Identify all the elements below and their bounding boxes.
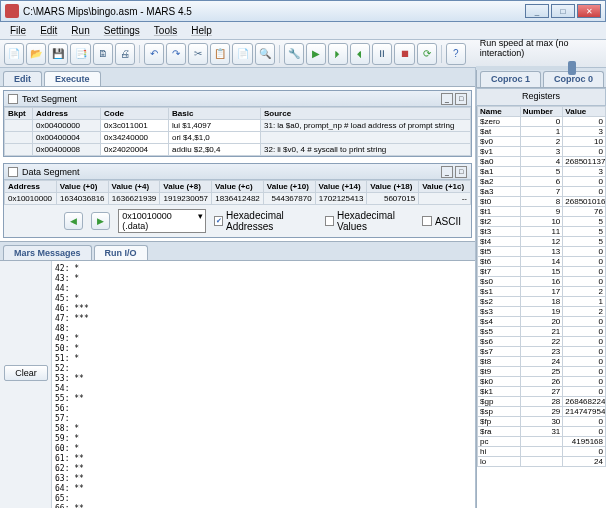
find-icon[interactable]: 🔍: [255, 43, 275, 65]
tab-mars-messages[interactable]: Mars Messages: [3, 245, 92, 260]
menu-run[interactable]: Run: [65, 24, 95, 37]
menu-edit[interactable]: Edit: [34, 24, 63, 37]
undo-icon[interactable]: ↶: [144, 43, 164, 65]
text-segment-panel: Text Segment _ □ BkptAddress CodeBasic S…: [3, 90, 472, 157]
menu-settings[interactable]: Settings: [98, 24, 146, 37]
data-seg-min-icon[interactable]: _: [441, 166, 453, 178]
stop-icon[interactable]: ⏹: [394, 43, 414, 65]
save-icon[interactable]: [48, 43, 68, 65]
run-io-output[interactable]: 42: * 43: * 44: 45: * 46: *** 47: *** 48…: [52, 261, 475, 508]
data-segment-table: AddressValue (+0)Value (+4)Value (+8)Val…: [4, 180, 471, 205]
tab-run-io[interactable]: Run I/O: [94, 245, 148, 260]
data-prev-button[interactable]: [64, 212, 83, 230]
text-seg-min-icon[interactable]: _: [441, 93, 453, 105]
close-button[interactable]: ✕: [577, 4, 601, 18]
help-icon[interactable]: ?: [446, 43, 466, 65]
speed-slider[interactable]: [476, 66, 576, 70]
minimize-button[interactable]: _: [525, 4, 549, 18]
open-icon[interactable]: 📂: [26, 43, 46, 65]
reset-icon[interactable]: ⟳: [417, 43, 437, 65]
reg-title: Registers: [476, 88, 606, 106]
tab-edit[interactable]: Edit: [3, 71, 42, 86]
toolbar: 📄 📂 📑 🗎 🖨 ↶ ↷ ✂ 📋 📄 🔍 🔧 ▶ ⏵ ⏴ ⏸ ⏹ ⟳ ? Ru…: [0, 40, 606, 68]
registers-table: NameNumberValue $zero00$at13$v0210$v130$…: [477, 106, 606, 467]
text-seg-title: Text Segment: [22, 94, 439, 104]
data-seg-max-icon[interactable]: □: [455, 166, 467, 178]
text-seg-max-icon[interactable]: □: [455, 93, 467, 105]
hex-addr-checkbox[interactable]: ✔: [214, 216, 223, 226]
hex-val-checkbox[interactable]: [325, 216, 334, 226]
text-segment-table: BkptAddress CodeBasic Source 0x004000000…: [4, 107, 471, 156]
tab-execute[interactable]: Execute: [44, 71, 101, 86]
app-icon: [5, 4, 19, 18]
menu-file[interactable]: File: [4, 24, 32, 37]
dump-icon[interactable]: 🗎: [93, 43, 113, 65]
speed-label: Run speed at max (no interaction): [480, 38, 602, 58]
paste-icon[interactable]: 📄: [232, 43, 252, 65]
copy-icon[interactable]: 📋: [210, 43, 230, 65]
editor-tabs: Edit Execute: [0, 68, 475, 87]
menu-help[interactable]: Help: [185, 24, 218, 37]
maximize-button[interactable]: □: [551, 4, 575, 18]
menu-tools[interactable]: Tools: [148, 24, 183, 37]
data-segment-panel: Data Segment _ □ AddressValue (+0)Value …: [3, 163, 472, 238]
msg-tabs: Mars Messages Run I/O: [0, 241, 475, 260]
step-icon[interactable]: ⏵: [328, 43, 348, 65]
data-controls: 0x10010000 (.data) ✔Hexadecimal Addresse…: [4, 205, 471, 237]
data-next-button[interactable]: [91, 212, 110, 230]
stepback-icon[interactable]: ⏴: [350, 43, 370, 65]
data-seg-checkbox[interactable]: [8, 167, 18, 177]
ascii-checkbox[interactable]: [422, 216, 432, 226]
window-title: C:\MARS Mips\bingo.asm - MARS 4.5: [23, 6, 523, 17]
titlebar: C:\MARS Mips\bingo.asm - MARS 4.5 _ □ ✕: [0, 0, 606, 22]
tab-coproc1[interactable]: Coproc 1: [480, 71, 541, 87]
run-icon[interactable]: ▶: [306, 43, 326, 65]
new-icon[interactable]: 📄: [4, 43, 24, 65]
cut-icon[interactable]: ✂: [188, 43, 208, 65]
clear-button[interactable]: Clear: [4, 365, 48, 381]
pause-icon[interactable]: ⏸: [372, 43, 392, 65]
coproc-tabs: Coproc 1 Coproc 0: [476, 68, 606, 88]
saveas-icon[interactable]: 📑: [70, 43, 90, 65]
assemble-icon[interactable]: 🔧: [284, 43, 304, 65]
text-seg-checkbox[interactable]: [8, 94, 18, 104]
redo-icon[interactable]: ↷: [166, 43, 186, 65]
print-icon[interactable]: 🖨: [115, 43, 135, 65]
data-base-combo[interactable]: 0x10010000 (.data): [118, 209, 206, 233]
data-seg-title: Data Segment: [22, 167, 439, 177]
